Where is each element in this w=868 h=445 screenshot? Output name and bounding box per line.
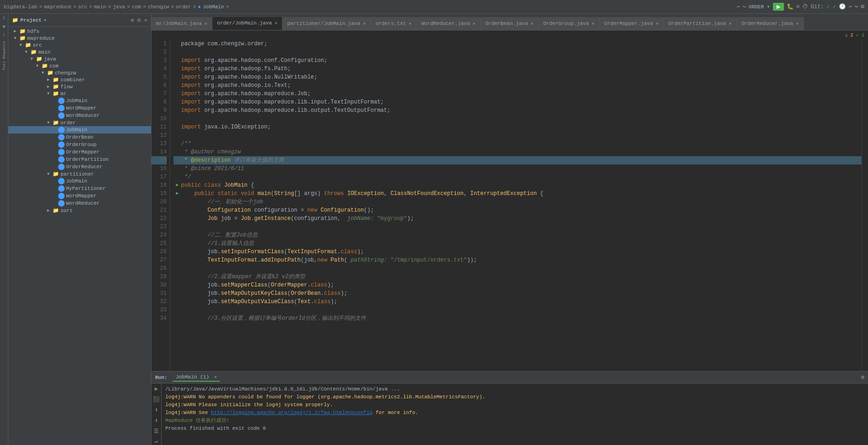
run-again-icon[interactable]: ▶ (155, 385, 158, 392)
stop-icon[interactable]: ⬛ (153, 396, 160, 403)
tree-item-mapreduce[interactable]: ▼ 📁 mapreduce (8, 35, 151, 42)
layout-icon[interactable]: ⊟ (138, 17, 141, 23)
tab-wordreducer[interactable]: WordReducer.java ✕ (416, 17, 481, 30)
debug-icon[interactable]: 🐛 (787, 3, 794, 10)
tab-close-orders-txt[interactable]: ✕ (409, 21, 411, 26)
java-icon-wordmapper-part (58, 193, 65, 199)
close-panel-icon[interactable]: ✕ (144, 17, 147, 23)
code-line-25: //1.设置输入信息 (174, 239, 862, 248)
tab-partitioner-jobmain[interactable]: partitioner/JobMain.java ✕ (283, 17, 371, 30)
bottom-tab-jobmain[interactable]: JobMain (1) ✕ (173, 373, 219, 382)
c19-12: , (384, 189, 390, 198)
settings-icon[interactable]: ⚙ (131, 17, 134, 23)
wrap-icon[interactable]: ↩ (155, 439, 158, 445)
project-sidebar-icon[interactable]: 1 (3, 16, 5, 20)
project-tree: ▶ 📁 hdfs ▼ 📁 mapreduce ▼ 📁 src ▼ (8, 27, 151, 445)
tree-item-orderpartition[interactable]: OrderPartition (8, 156, 151, 163)
code-line-33 (174, 306, 862, 314)
tab-order-jobmain[interactable]: order/JobMain.java ✕ JobMain (212, 17, 283, 30)
tab-close-ordergroup[interactable]: ✕ (592, 21, 595, 26)
c7-2: org.apache.hadoop.mapreduce.Job; (204, 90, 310, 98)
tree-item-mypartitioner[interactable]: MyPartitioner (8, 185, 151, 192)
tree-item-main[interactable]: ▼ 📁 main (8, 49, 151, 55)
filter-icon[interactable]: ☰ (154, 428, 159, 435)
tree-item-ordermapper[interactable]: OrderMapper (8, 148, 151, 156)
tree-item-chengzw[interactable]: ▼ 📁 chengzw (8, 69, 151, 76)
tab-close-partitioner-jobmain[interactable]: ✕ (363, 21, 366, 26)
tab-mr-jobmain[interactable]: mr/JobMain.java ✕ (151, 17, 212, 30)
pullrequest-sidebar-icon[interactable]: Pull Requests (2, 41, 6, 70)
tree-item-ordergroup[interactable]: OrderGroup (8, 141, 151, 148)
run-config-dropdown[interactable]: ▾ (767, 3, 770, 10)
c31-4: ( (287, 289, 290, 298)
label-jobmain-partitioner: JobMain (66, 178, 87, 184)
tree-item-wordmapper-part[interactable]: WordMapper (8, 192, 151, 200)
tab-close-orderreducer[interactable]: ✕ (796, 21, 799, 26)
c7-1: import (181, 90, 204, 98)
run-button[interactable]: ▶ (773, 3, 784, 11)
tab-ordergroup[interactable]: OrderGroup.java ✕ (539, 17, 600, 30)
tab-close-order-jobmain[interactable]: ✕ (275, 20, 277, 26)
code-line-28 (174, 264, 862, 273)
arrow-order: ▼ (47, 121, 52, 125)
tree-item-com[interactable]: ▼ 📁 com (8, 62, 151, 69)
main-layout: 1 ⊞ ↕ Pull Requests 📁 Project ▾ ⚙ ⊟ ✕ ▶ … (0, 14, 868, 445)
git-check-icon[interactable]: ✓ (827, 3, 830, 10)
redo-icon[interactable]: ↪ (855, 3, 858, 10)
tree-item-src[interactable]: ▼ 📁 src (8, 42, 151, 49)
tab-label-ordergroup: OrderGroup.java (543, 21, 589, 26)
tab-ordermapper[interactable]: OrderMapper.java ✕ (600, 17, 664, 30)
tree-item-orderreducer[interactable]: OrderReducer (8, 163, 151, 171)
tab-close-wordreducer[interactable]: ✕ (473, 21, 476, 26)
git-sidebar-icon[interactable]: ↕ (3, 33, 5, 37)
grid-icon[interactable]: ⊞ (861, 3, 864, 10)
tree-item-combiner[interactable]: ▶ 📁 combiner (8, 76, 151, 83)
code-line-32: job.setMapOutputValueClass(Text.class); (174, 298, 862, 306)
undo-icon[interactable]: ↩ (849, 3, 852, 10)
tree-item-jobmain-partitioner[interactable]: JobMain (8, 177, 151, 185)
coverage-icon[interactable]: ⊙ (796, 3, 800, 10)
tab-close-orderpartition[interactable]: ✕ (729, 21, 732, 26)
tree-item-wordreducer[interactable]: WordReducer (8, 112, 151, 119)
tree-item-mr[interactable]: ▼ 📁 mr (8, 90, 151, 97)
git-icon[interactable]: Git: (811, 4, 824, 10)
c32-3: setMapOutputValueClass (221, 298, 294, 306)
tree-item-wordmapper[interactable]: WordMapper (8, 104, 151, 112)
tree-item-order[interactable]: ▼ 📁 order (8, 119, 151, 126)
tab-orderbean[interactable]: OrderBean.java ✕ (481, 17, 538, 30)
tab-close-orderbean[interactable]: ✕ (531, 21, 534, 26)
code-area[interactable]: package com.chengzw.order; import org.ap… (170, 40, 862, 371)
bottom-tab-close-jobmain[interactable]: ✕ (214, 375, 217, 380)
tree-item-orderbean[interactable]: OrderBean (8, 134, 151, 141)
structure-sidebar-icon[interactable]: ⊞ (3, 24, 5, 29)
breadcrumb-jobmain-icon: ● (198, 4, 201, 10)
git-check2-icon[interactable]: ✓ (833, 3, 836, 10)
project-header-icons: ⚙ ⊟ ✕ (131, 17, 147, 23)
settings-bottom-icon[interactable]: ⚙ (861, 374, 864, 381)
scroll-up-icon[interactable]: ⬆ (155, 407, 158, 414)
c31-6: . (320, 289, 324, 298)
tab-close-ordermapper[interactable]: ✕ (656, 21, 658, 26)
tree-item-jobmain-order[interactable]: JobMain (8, 126, 151, 134)
tree-item-wordreducer-part[interactable]: WordReducer (8, 200, 151, 207)
java-icon-orderreducer (58, 164, 65, 170)
tree-item-partitioner[interactable]: ▼ 📁 partitioner (8, 171, 151, 177)
tree-item-sort[interactable]: ▶ 📁 sort (8, 207, 151, 214)
tab-close-mr-jobmain[interactable]: ✕ (205, 21, 207, 26)
tree-item-java[interactable]: ▼ 📁 java (8, 55, 151, 62)
project-panel: 📁 Project ▾ ⚙ ⊟ ✕ ▶ 📁 hdfs ▼ 📁 (8, 14, 151, 445)
git-clock-icon[interactable]: 🕐 (839, 3, 846, 10)
tab-orderpartition[interactable]: OrderPartition.java ✕ (663, 17, 736, 30)
log-link[interactable]: http://logging.apache.org/log4j/1.2/faq.… (211, 410, 373, 415)
arrow-src: ▼ (19, 43, 24, 48)
tab-orders-txt[interactable]: orders.txt ✕ (371, 17, 416, 30)
project-dropdown[interactable]: ▾ (43, 17, 47, 23)
tree-item-flow[interactable]: ▶ 📁 flow (8, 83, 151, 90)
tree-item-jobmain-mr[interactable]: JobMain (8, 97, 151, 104)
tab-orderreducer[interactable]: OrderReducer.java ✕ (737, 17, 804, 30)
scroll-down-icon[interactable]: ⬇ (155, 417, 158, 424)
profile-icon[interactable]: ⏱ (802, 3, 808, 10)
c13: /** (181, 140, 191, 148)
tree-item-hdfs[interactable]: ▶ 📁 hdfs (8, 28, 151, 35)
log-line-1: /Library/Java/JavaVirtualMachines/jdk1.8… (165, 385, 864, 393)
